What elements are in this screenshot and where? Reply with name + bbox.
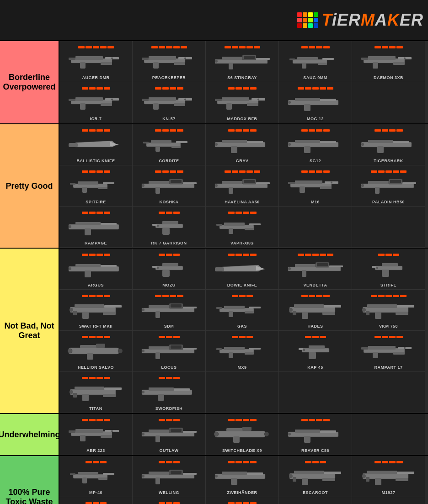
- svg-point-19: [215, 60, 218, 63]
- svg-rect-50: [247, 103, 258, 106]
- svg-rect-193: [69, 348, 119, 354]
- damage-bar: [312, 336, 319, 338]
- svg-rect-97: [215, 184, 268, 188]
- svg-point-248: [142, 433, 144, 435]
- damage-bar: [323, 129, 330, 132]
- damage-bar: [162, 129, 169, 132]
- damage-bar: [173, 212, 180, 214]
- svg-point-223: [404, 347, 406, 349]
- damage-bar: [104, 336, 110, 338]
- svg-rect-210: [216, 348, 222, 350]
- svg-rect-176: [229, 311, 233, 317]
- weapon-argus: ARGUS: [59, 249, 133, 290]
- damage-bars: [228, 419, 257, 421]
- damage-bar: [155, 170, 161, 173]
- weapon-name: KN-57: [162, 117, 176, 121]
- damage-bar: [393, 254, 399, 256]
- svg-rect-188: [396, 312, 408, 315]
- damage-bar: [166, 336, 172, 338]
- logo-dot: [303, 23, 307, 28]
- svg-rect-232: [149, 387, 174, 391]
- damage-bar: [250, 502, 257, 504]
- damage-bar: [89, 336, 96, 338]
- weapon-swat-rft-mkii: SWAT RFT MKII: [59, 290, 133, 331]
- damage-bar: [159, 46, 165, 48]
- damage-bar: [400, 295, 407, 297]
- tier-content-not-bad: ARGUS MOZU BOWIE KNIFE VENDETTA STRIFE S…: [59, 249, 428, 413]
- svg-rect-218: [368, 346, 396, 350]
- svg-rect-212: [302, 348, 329, 352]
- weapon-icon: [359, 464, 418, 489]
- damage-bars: [232, 336, 253, 338]
- damage-bar: [312, 254, 319, 256]
- damage-bar: [323, 295, 330, 297]
- damage-bar: [225, 46, 231, 48]
- weapon-name: ICR-7: [90, 117, 102, 121]
- svg-rect-140: [162, 263, 178, 266]
- weapon-name: ZWEIHÄNDER: [227, 490, 257, 495]
- damage-bar: [382, 129, 388, 132]
- weapon-empty: [352, 497, 425, 504]
- weapon-grav: GRAV: [206, 124, 279, 165]
- svg-rect-282: [302, 478, 308, 485]
- svg-rect-37: [80, 103, 86, 110]
- weapon-hitchcock-m9: HITCHCOCK M9: [206, 497, 279, 504]
- svg-rect-266: [103, 473, 114, 475]
- svg-rect-215: [299, 348, 303, 350]
- weapon-icon: [213, 215, 272, 240]
- damage-bar: [382, 46, 388, 48]
- svg-rect-278: [247, 472, 263, 475]
- damage-bar: [159, 336, 165, 338]
- damage-bars: [82, 129, 110, 132]
- weapon-kn-57: KN-57: [133, 82, 206, 123]
- weapon-icon: [359, 133, 418, 158]
- damage-bar: [107, 46, 114, 48]
- svg-rect-45: [142, 99, 149, 101]
- svg-rect-161: [103, 312, 116, 315]
- damage-bar: [166, 254, 172, 256]
- tier-toxic: 100% Pure Toxic Waste MP-40 WELLING ZWEI…: [0, 456, 428, 504]
- damage-bar: [396, 46, 403, 48]
- damage-bar: [243, 129, 249, 132]
- damage-bar: [96, 336, 103, 338]
- svg-rect-66: [155, 146, 160, 152]
- weapon-icon: [139, 215, 199, 240]
- damage-bar: [250, 87, 257, 90]
- damage-bar: [316, 419, 322, 421]
- damage-bar: [173, 502, 180, 504]
- damage-bar: [173, 336, 180, 338]
- svg-rect-133: [249, 223, 261, 225]
- svg-rect-96: [183, 182, 197, 184]
- weapon-paladin-hb50: PALADIN HB50: [352, 165, 425, 207]
- damage-bar: [239, 336, 246, 338]
- weapon-spitfire: SPITFIRE: [59, 165, 133, 207]
- svg-rect-288: [396, 478, 408, 481]
- svg-rect-267: [142, 474, 194, 478]
- svg-rect-125: [162, 228, 170, 235]
- damage-bars: [371, 295, 407, 297]
- damage-bar: [159, 419, 165, 421]
- svg-rect-67: [143, 142, 149, 143]
- svg-rect-30: [373, 62, 378, 69]
- damage-bar: [166, 419, 172, 421]
- damage-bar: [82, 377, 88, 379]
- weapon-name: SWORDFISH: [155, 406, 183, 411]
- header: TiERMAKER: [0, 0, 428, 41]
- tier-label-toxic: 100% Pure Toxic Waste: [0, 456, 59, 504]
- svg-rect-235: [174, 388, 190, 391]
- tier-label-borderline: Borderline Overpowered: [0, 41, 59, 123]
- weapon-icon: [286, 257, 345, 282]
- svg-rect-255: [242, 427, 251, 431]
- damage-bar: [78, 46, 85, 48]
- damage-bar: [96, 254, 103, 256]
- weapon-icon: [286, 133, 345, 158]
- damage-bar: [323, 170, 330, 173]
- svg-rect-271: [171, 471, 182, 474]
- damage-bar: [82, 295, 88, 297]
- weapon-icon: [139, 257, 199, 282]
- damage-bar: [246, 46, 253, 48]
- tier-label-underwhelming: Underwhelming: [0, 414, 59, 455]
- svg-rect-265: [70, 473, 75, 475]
- damage-bars: [159, 336, 180, 338]
- damage-bar: [89, 212, 96, 214]
